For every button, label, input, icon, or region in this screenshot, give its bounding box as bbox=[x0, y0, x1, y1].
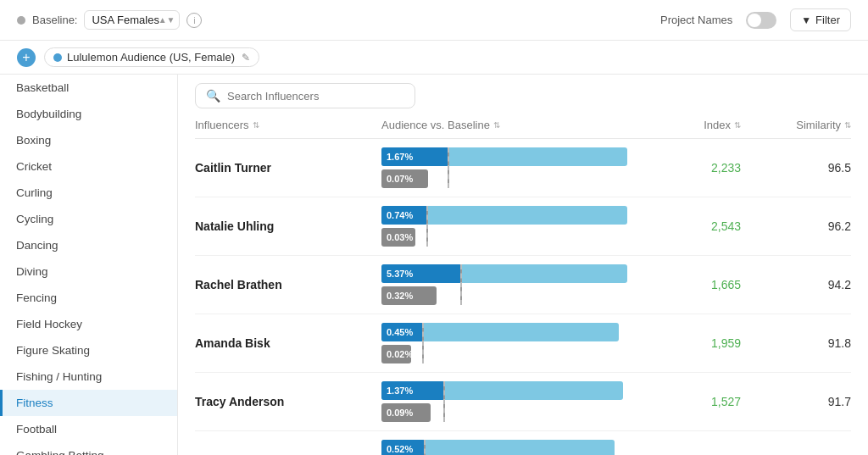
bar-audience: 1.37% bbox=[381, 381, 445, 400]
search-input[interactable] bbox=[227, 90, 404, 103]
bar-baseline-gray: 0.07% bbox=[381, 169, 428, 188]
toggle-knob bbox=[748, 14, 761, 27]
bar-audience: 0.74% bbox=[381, 206, 428, 225]
baseline-dot bbox=[17, 16, 25, 25]
table-row: Amanda Bisk 0.45% 0.02% 1,959 91.8 bbox=[195, 314, 851, 373]
table-row: Natalie Uhling 0.74% 0.03% 2,543 96.2 bbox=[195, 197, 851, 256]
sidebar-item-fitness[interactable]: Fitness bbox=[0, 390, 177, 416]
sub-header: + Lululemon Audience (US, Female) ✎ bbox=[0, 41, 868, 75]
similarity-value: 91.8 bbox=[749, 336, 851, 350]
edit-icon[interactable]: ✎ bbox=[242, 52, 250, 64]
audience-dot bbox=[53, 53, 62, 62]
sidebar-item-fencing[interactable]: Fencing bbox=[0, 285, 177, 311]
content-area: 🔍 Influencers ⇅ Audience vs. Baseline ⇅ … bbox=[178, 75, 868, 455]
sort-influencers-icon[interactable]: ⇅ bbox=[253, 120, 259, 130]
bar-audience: 0.52% bbox=[381, 440, 426, 455]
table-body: Caitlin Turner 1.67% 0.07% 2,233 96.5 Na… bbox=[195, 139, 851, 455]
bar-audience-label: 1.37% bbox=[387, 386, 413, 396]
project-names-toggle[interactable] bbox=[746, 12, 776, 29]
sort-similarity-icon[interactable]: ⇅ bbox=[844, 120, 851, 130]
baseline-select[interactable]: USA Females bbox=[84, 10, 180, 30]
bars-column: 1.37% 0.09% bbox=[381, 381, 648, 422]
table-row: Caitlin Turner 1.67% 0.07% 2,233 96.5 bbox=[195, 139, 851, 197]
table-row: Lacey Stone 0.52% 0.03% 1,743 91 bbox=[195, 431, 851, 455]
index-value: 1,959 bbox=[648, 336, 749, 350]
similarity-value: 96.5 bbox=[749, 161, 851, 175]
influencer-name: Tracy Anderson bbox=[195, 395, 381, 408]
bar-baseline-label: 0.03% bbox=[387, 232, 413, 242]
main-content: Basketball Bodybuilding Boxing Cricket C… bbox=[0, 75, 868, 455]
sidebar-item-figure-skating[interactable]: Figure Skating bbox=[0, 337, 177, 363]
bar-baseline-label: 0.32% bbox=[387, 291, 413, 301]
bar-audience-label: 0.45% bbox=[387, 327, 413, 337]
table-header: Influencers ⇅ Audience vs. Baseline ⇅ In… bbox=[195, 114, 851, 139]
bars-column: 0.52% 0.03% bbox=[381, 440, 648, 455]
header-right: Project Names ▼ Filter bbox=[660, 8, 851, 31]
project-names-label: Project Names bbox=[660, 14, 732, 26]
col-index: Index ⇅ bbox=[648, 119, 749, 131]
bar-audience: 5.37% bbox=[381, 264, 462, 283]
search-bar: 🔍 bbox=[178, 75, 868, 114]
col-similarity: Similarity ⇅ bbox=[749, 119, 851, 131]
influencers-table: Influencers ⇅ Audience vs. Baseline ⇅ In… bbox=[178, 114, 868, 455]
col-audience-vs-baseline: Audience vs. Baseline ⇅ bbox=[381, 119, 648, 131]
bars-column: 0.45% 0.02% bbox=[381, 323, 648, 363]
similarity-value: 94.2 bbox=[749, 278, 851, 291]
sidebar-item-basketball[interactable]: Basketball bbox=[0, 75, 177, 101]
sidebar-item-curling[interactable]: Curling bbox=[0, 180, 177, 206]
sort-audience-icon[interactable]: ⇅ bbox=[493, 120, 500, 130]
bar-audience-label: 0.74% bbox=[387, 210, 413, 220]
bar-audience-label: 5.37% bbox=[387, 269, 413, 279]
sidebar-item-field-hockey[interactable]: Field Hockey bbox=[0, 311, 177, 337]
index-value: 1,665 bbox=[648, 278, 749, 291]
sidebar-item-football[interactable]: Football bbox=[0, 416, 177, 442]
bars-column: 0.74% 0.03% bbox=[381, 206, 648, 247]
header-left: Baseline: USA Females ▲▼ i bbox=[17, 10, 202, 30]
sort-index-icon[interactable]: ⇅ bbox=[734, 120, 741, 130]
search-icon: 🔍 bbox=[206, 89, 220, 103]
filter-button[interactable]: ▼ Filter bbox=[790, 8, 851, 31]
bar-baseline-gray: 0.32% bbox=[381, 286, 437, 305]
similarity-value: 96.2 bbox=[749, 219, 851, 233]
sidebar-item-dancing[interactable]: Dancing bbox=[0, 232, 177, 258]
influencer-name: Natalie Uhling bbox=[195, 219, 381, 233]
index-value: 2,233 bbox=[648, 161, 749, 175]
table-row: Tracy Anderson 1.37% 0.09% 1,527 91.7 bbox=[195, 373, 851, 431]
bars-column: 5.37% 0.32% bbox=[381, 264, 648, 305]
filter-icon: ▼ bbox=[801, 14, 811, 26]
bar-audience-label: 1.67% bbox=[387, 152, 413, 162]
similarity-value: 91.7 bbox=[749, 395, 851, 408]
bar-baseline-label: 0.09% bbox=[387, 408, 413, 418]
filter-label: Filter bbox=[815, 14, 840, 26]
bar-baseline-gray: 0.02% bbox=[381, 345, 411, 363]
info-icon[interactable]: i bbox=[186, 13, 202, 28]
search-input-wrap: 🔍 bbox=[195, 83, 415, 108]
sidebar-item-fishing-hunting[interactable]: Fishing / Hunting bbox=[0, 363, 177, 390]
index-value: 2,543 bbox=[648, 219, 749, 233]
bar-baseline-gray: 0.03% bbox=[381, 228, 415, 247]
table-row: Rachel Brathen 5.37% 0.32% 1,665 94.2 bbox=[195, 256, 851, 314]
sidebar-item-boxing[interactable]: Boxing bbox=[0, 127, 177, 153]
baseline-select-wrap: USA Females ▲▼ bbox=[84, 10, 180, 30]
add-audience-button[interactable]: + bbox=[17, 48, 36, 67]
influencer-name: Rachel Brathen bbox=[195, 278, 381, 291]
sidebar-item-bodybuilding[interactable]: Bodybuilding bbox=[0, 101, 177, 127]
audience-chip: Lululemon Audience (US, Female) ✎ bbox=[44, 47, 259, 67]
bar-audience-label: 0.52% bbox=[387, 444, 413, 454]
influencer-name: Amanda Bisk bbox=[195, 336, 381, 350]
bar-baseline-label: 0.02% bbox=[387, 349, 413, 359]
sidebar-item-cycling[interactable]: Cycling bbox=[0, 206, 177, 232]
baseline-label: Baseline: bbox=[32, 14, 77, 26]
col-influencers: Influencers ⇅ bbox=[195, 119, 381, 131]
sidebar-item-diving[interactable]: Diving bbox=[0, 258, 177, 285]
audience-chip-label: Lululemon Audience (US, Female) bbox=[67, 51, 235, 64]
sidebar-item-gambling-betting[interactable]: Gambling Betting bbox=[0, 442, 177, 455]
bar-baseline-gray: 0.09% bbox=[381, 403, 431, 422]
bars-column: 1.67% 0.07% bbox=[381, 147, 648, 188]
influencer-name: Caitlin Turner bbox=[195, 161, 381, 175]
sidebar: Basketball Bodybuilding Boxing Cricket C… bbox=[0, 75, 178, 455]
sidebar-item-cricket[interactable]: Cricket bbox=[0, 153, 177, 180]
bar-audience: 1.67% bbox=[381, 147, 449, 166]
bar-audience: 0.45% bbox=[381, 323, 424, 341]
bar-baseline-label: 0.07% bbox=[387, 174, 413, 184]
